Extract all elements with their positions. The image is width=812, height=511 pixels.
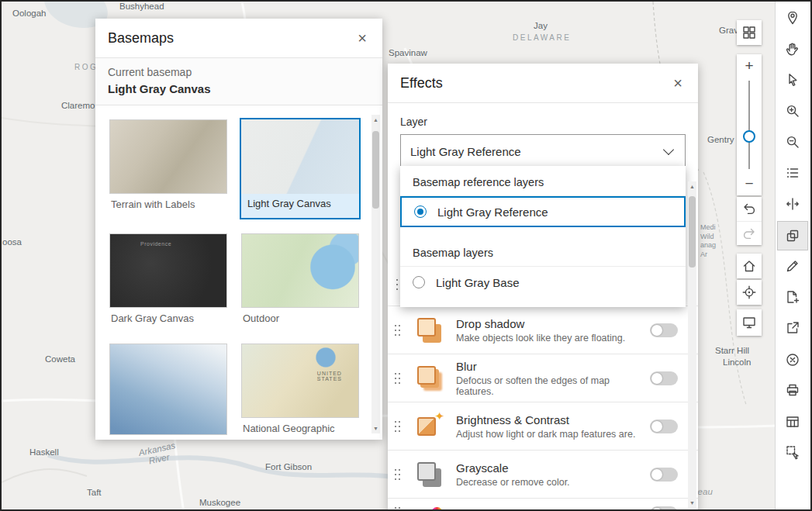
radio-selected-icon[interactable] [414, 205, 427, 218]
basemaps-panel-title: Basemaps [108, 30, 174, 47]
current-basemap-label: Current basemap [108, 66, 370, 78]
zoom-out-magnifier-icon [785, 134, 800, 150]
zoom-in-magnifier-icon [785, 103, 800, 119]
dropdown-option-label: Light Gray Base [436, 276, 520, 289]
layer-select[interactable]: Light Gray Reference [400, 134, 686, 168]
share-export-icon [785, 320, 800, 336]
pan-hand-icon [785, 41, 800, 57]
basemap-card-outdoor[interactable]: Outdoor [240, 232, 361, 330]
basemap-thumbnail[interactable] [241, 233, 359, 308]
effect-text: Grayscale Decrease or remove color. [456, 461, 650, 488]
toolbar-button-edit[interactable] [777, 251, 808, 281]
close-icon[interactable]: × [354, 29, 370, 47]
map-label: Jay [534, 21, 548, 30]
basemap-thumbnail[interactable]: UNITED STATES [241, 344, 359, 418]
effect-row-drop-shadow: Drop shadow Make objects look like they … [388, 306, 698, 354]
zoom-in-button[interactable]: + [737, 54, 762, 78]
toolbar-button-legend[interactable] [777, 158, 808, 188]
dropdown-option-light-gray-reference[interactable]: Light Gray Reference [400, 196, 686, 227]
effect-toggle[interactable] [650, 506, 678, 511]
display-button[interactable] [737, 309, 762, 336]
brightness-contrast-effect-icon: ✦ [414, 411, 445, 442]
toolbar-button-zoom-in-tool[interactable] [777, 96, 808, 126]
home-icon [741, 258, 757, 274]
drag-handle-icon[interactable] [394, 420, 402, 433]
scroll-up-button[interactable]: ▲ [373, 115, 378, 125]
scrollbar[interactable]: ▲ ▼ [371, 115, 380, 433]
basemap-card-light-gray-canvas[interactable]: Light Gray Canvas [240, 118, 361, 219]
scroll-up-button[interactable]: ▲ [689, 181, 695, 192]
dropdown-group-header: Basemap reference layers [400, 166, 686, 196]
basemap-card-terrain-with-labels[interactable]: Terrain with Labels [108, 118, 229, 219]
map-label: Lincoln [723, 357, 751, 367]
effect-toggle[interactable] [650, 323, 678, 337]
toolbar-button-print[interactable] [777, 375, 808, 405]
drag-handle-icon[interactable] [394, 506, 402, 511]
thumbnail-inset-text: Providence [140, 241, 171, 247]
current-basemap-value: Light Gray Canvas [108, 82, 370, 95]
apps-grid-button[interactable] [737, 20, 762, 45]
basemap-card-label: Light Gray Canvas [241, 194, 359, 218]
effect-name: Drop shadow [456, 317, 650, 330]
basemap-card-national-geographic[interactable]: UNITED STATES National Geographic [240, 342, 361, 440]
scroll-down-button[interactable]: ▼ [689, 498, 695, 508]
zoom-out-button[interactable]: − [737, 172, 762, 195]
map-label: Coweta [45, 354, 75, 364]
plus-icon: + [745, 57, 753, 74]
basemap-card-dark-gray-canvas[interactable]: Providence Dark Gray Canvas [108, 232, 229, 330]
basemap-thumbnail[interactable] [109, 344, 227, 435]
basemap-thumbnail[interactable] [109, 119, 227, 194]
toolbar-button-dismiss[interactable] [777, 345, 808, 375]
toolbar-button-swipe[interactable] [777, 189, 808, 219]
map-label: oosa [2, 237, 22, 247]
toolbar-button-select[interactable] [777, 437, 808, 467]
toolbar-button-effects[interactable] [777, 221, 808, 250]
basemap-card-label: National Geographic [241, 418, 359, 438]
basemap-card-oceans[interactable] [108, 342, 229, 440]
close-icon[interactable]: × [670, 74, 686, 92]
drop-shadow-effect-icon [414, 315, 445, 346]
undo-redo-widget [737, 197, 762, 245]
toolbar-button-add-data[interactable] [777, 282, 808, 312]
toolbar-button-location-pin[interactable] [777, 3, 808, 33]
basemaps-panel-header: Basemaps × [95, 19, 382, 58]
scroll-thumb[interactable] [372, 131, 379, 209]
scroll-down-button[interactable]: ▼ [373, 423, 378, 433]
zoom-slider[interactable] [737, 78, 762, 172]
blur-effect-icon [414, 363, 445, 394]
toolbar-button-cursor[interactable] [777, 65, 808, 95]
basemap-thumbnail[interactable]: Providence [109, 233, 227, 308]
drag-handle-icon[interactable] [394, 324, 402, 337]
home-button[interactable] [737, 254, 762, 278]
effects-list: Drop shadow Make objects look like they … [388, 306, 698, 511]
scrollbar[interactable]: ▲ ▼ [688, 181, 696, 508]
zoom-slider-handle[interactable] [743, 130, 755, 143]
dropdown-option-light-gray-base[interactable]: Light Gray Base [400, 267, 686, 298]
radio-unselected-icon[interactable] [413, 276, 425, 288]
drag-handle-icon[interactable] [394, 372, 402, 385]
dropdown-group-header: Basemap layers [400, 237, 686, 267]
layer-dropdown-menu: Basemap reference layers Light Gray Refe… [400, 166, 686, 307]
undo-button[interactable] [737, 197, 762, 221]
scroll-track[interactable] [688, 192, 696, 498]
settings-toolbar [775, 2, 810, 509]
scroll-track[interactable] [371, 125, 380, 423]
zoom-widget: + − [737, 54, 762, 195]
effect-toggle[interactable] [650, 420, 678, 433]
scroll-thumb[interactable] [689, 196, 696, 268]
basemap-thumbnail[interactable] [241, 119, 359, 194]
toolbar-button-zoom-out-tool[interactable] [777, 127, 808, 157]
layer-select-value: Light Gray Reference [410, 145, 521, 158]
effect-toggle[interactable] [650, 371, 678, 385]
map-label: Spavinaw [389, 48, 427, 57]
toolbar-button-table[interactable] [777, 407, 808, 437]
toolbar-button-share[interactable] [777, 313, 808, 343]
effect-row-hue-rotate: Hue rotate [388, 498, 698, 511]
locate-button[interactable] [737, 280, 762, 305]
toolbar-button-pan-hand[interactable] [777, 34, 808, 64]
drag-handle-icon[interactable] [394, 468, 402, 481]
effect-toggle[interactable] [650, 468, 678, 482]
map-label: Grav [719, 26, 738, 35]
grayscale-effect-icon [414, 459, 445, 490]
redo-button[interactable] [737, 221, 762, 246]
